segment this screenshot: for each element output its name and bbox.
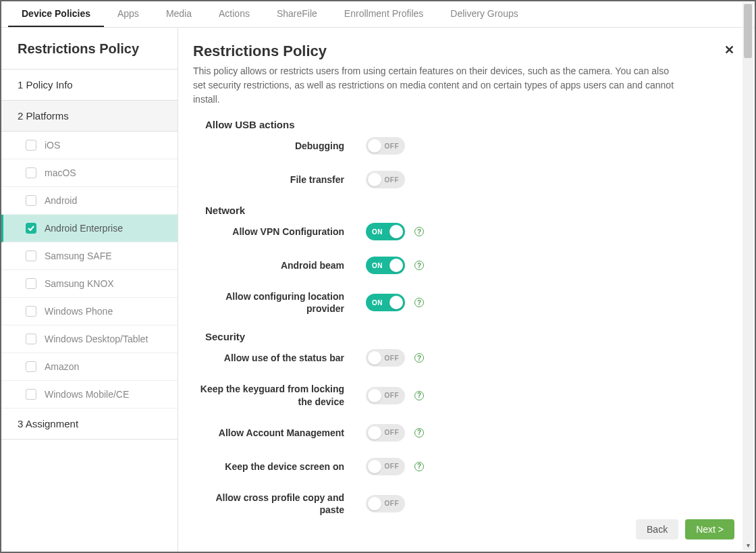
setting-file-transfer: File transfer OFF: [193, 171, 728, 188]
setting-account-management: Allow Account Management OFF ?: [193, 424, 728, 442]
checkbox-icon[interactable]: [26, 140, 36, 151]
toggle-debugging[interactable]: OFF: [366, 137, 405, 155]
setting-label: Android beam: [193, 259, 366, 271]
wizard-step-platforms[interactable]: 2 Platforms: [1, 101, 178, 132]
policy-content: ✕ Restrictions Policy This policy allows…: [178, 28, 755, 552]
top-tabs: Device Policies Apps Media Actions Share…: [1, 1, 755, 28]
tab-actions[interactable]: Actions: [205, 1, 263, 27]
back-button[interactable]: Back: [636, 519, 678, 539]
scrollbar-thumb[interactable]: [744, 4, 752, 58]
next-button[interactable]: Next >: [685, 519, 734, 539]
toggle-knob: [368, 139, 381, 153]
help-icon[interactable]: ?: [414, 227, 424, 236]
setting-keyguard: Keep the keyguard from locking the devic…: [193, 383, 728, 407]
tab-media[interactable]: Media: [153, 1, 205, 27]
checkbox-icon[interactable]: [26, 167, 36, 178]
platform-samsung-knox[interactable]: Samsung KNOX: [1, 270, 178, 298]
checkbox-icon[interactable]: [26, 306, 36, 317]
toggle-knob: [368, 497, 381, 510]
platform-amazon[interactable]: Amazon: [1, 353, 178, 381]
toggle-knob: [389, 296, 403, 309]
toggle-location-provider[interactable]: ON: [366, 294, 405, 311]
toggle-cross-profile-copy[interactable]: OFF: [366, 495, 405, 512]
tab-enrollment-profiles[interactable]: Enrollment Profiles: [331, 1, 437, 27]
vertical-scrollbar[interactable]: ▾: [742, 3, 753, 550]
checkbox-icon[interactable]: [26, 278, 36, 289]
setting-cross-profile-copy: Allow cross profile copy and paste OFF: [193, 492, 728, 516]
checkbox-icon[interactable]: [26, 334, 36, 344]
scroll-down-icon[interactable]: ▾: [742, 539, 753, 550]
setting-label: Allow VPN Configuration: [193, 226, 366, 238]
platform-label: Samsung KNOX: [45, 278, 114, 289]
setting-label: Allow configuring location provider: [193, 290, 366, 315]
platform-label: Android: [45, 195, 77, 206]
help-icon[interactable]: ?: [414, 353, 424, 363]
toggle-knob: [368, 173, 381, 186]
tab-device-policies[interactable]: Device Policies: [8, 1, 104, 27]
toggle-knob: [368, 389, 381, 402]
platform-label: Android Enterprise: [45, 223, 123, 234]
wizard-step-label: 1 Policy Info: [18, 79, 73, 90]
platform-samsung-safe[interactable]: Samsung SAFE: [1, 242, 178, 270]
toggle-status-bar[interactable]: OFF: [366, 349, 405, 367]
setting-label: Allow Account Management: [193, 427, 366, 439]
wizard-step-policy-info[interactable]: 1 Policy Info: [1, 70, 178, 101]
toggle-knob: [389, 259, 403, 272]
setting-label: Allow cross profile copy and paste: [193, 492, 366, 516]
toggle-account-management[interactable]: OFF: [366, 424, 405, 442]
setting-label: File transfer: [193, 174, 366, 186]
setting-label: Allow use of the status bar: [193, 352, 366, 364]
setting-label: Debugging: [193, 140, 366, 152]
platform-ios[interactable]: iOS: [1, 132, 178, 159]
setting-android-beam: Android beam ON ?: [193, 257, 728, 274]
toggle-android-beam[interactable]: ON: [366, 257, 405, 274]
tab-delivery-groups[interactable]: Delivery Groups: [437, 1, 531, 27]
section-allow-usb: Allow USB actions: [205, 119, 728, 130]
setting-label: Keep the device screen on: [193, 460, 366, 473]
setting-screen-on: Keep the device screen on OFF ?: [193, 458, 728, 475]
toggle-knob: [368, 426, 381, 440]
toggle-knob: [368, 351, 381, 365]
toggle-screen-on[interactable]: OFF: [366, 458, 405, 475]
wizard-sidebar: Restrictions Policy 1 Policy Info 2 Plat…: [1, 28, 178, 552]
setting-label: Keep the keyguard from locking the devic…: [193, 383, 366, 407]
checkbox-icon[interactable]: [26, 195, 36, 206]
tab-apps[interactable]: Apps: [104, 1, 153, 27]
platform-android-enterprise[interactable]: Android Enterprise: [1, 215, 178, 242]
help-icon[interactable]: ?: [414, 391, 424, 400]
help-icon[interactable]: ?: [414, 462, 424, 471]
checkbox-icon[interactable]: [26, 361, 36, 372]
setting-debugging: Debugging OFF: [193, 137, 728, 155]
section-network: Network: [205, 205, 728, 216]
help-icon[interactable]: ?: [414, 428, 424, 438]
platform-windows-mobile-ce[interactable]: Windows Mobile/CE: [1, 381, 178, 409]
platform-android[interactable]: Android: [1, 187, 178, 215]
platform-label: Windows Phone: [45, 306, 113, 317]
checkbox-icon[interactable]: [26, 389, 36, 400]
platform-label: Windows Desktop/Tablet: [45, 334, 148, 344]
wizard-footer: Back Next >: [636, 519, 734, 539]
close-icon[interactable]: ✕: [724, 43, 734, 57]
setting-status-bar: Allow use of the status bar OFF ?: [193, 349, 728, 367]
platform-macos[interactable]: macOS: [1, 159, 178, 187]
platform-label: Samsung SAFE: [45, 251, 112, 261]
toggle-vpn[interactable]: ON: [366, 223, 405, 240]
section-security: Security: [205, 331, 728, 342]
checkbox-icon[interactable]: [26, 223, 36, 234]
platform-windows-phone[interactable]: Windows Phone: [1, 298, 178, 325]
platform-label: macOS: [45, 167, 76, 178]
checkbox-icon[interactable]: [26, 251, 36, 261]
toggle-keyguard[interactable]: OFF: [366, 387, 405, 404]
help-icon[interactable]: ?: [414, 298, 424, 307]
platform-windows-desktop-tablet[interactable]: Windows Desktop/Tablet: [1, 325, 178, 353]
toggle-file-transfer[interactable]: OFF: [366, 171, 405, 188]
setting-location-provider: Allow configuring location provider ON ?: [193, 290, 728, 315]
platform-label: Windows Mobile/CE: [45, 389, 129, 400]
page-title: Restrictions Policy: [193, 43, 728, 60]
help-icon[interactable]: ?: [414, 261, 424, 270]
tab-sharefile[interactable]: ShareFile: [263, 1, 331, 27]
wizard-step-assignment[interactable]: 3 Assignment: [1, 409, 178, 440]
platform-label: Amazon: [45, 361, 79, 372]
toggle-knob: [389, 225, 403, 238]
wizard-step-label: 2 Platforms: [18, 110, 69, 122]
